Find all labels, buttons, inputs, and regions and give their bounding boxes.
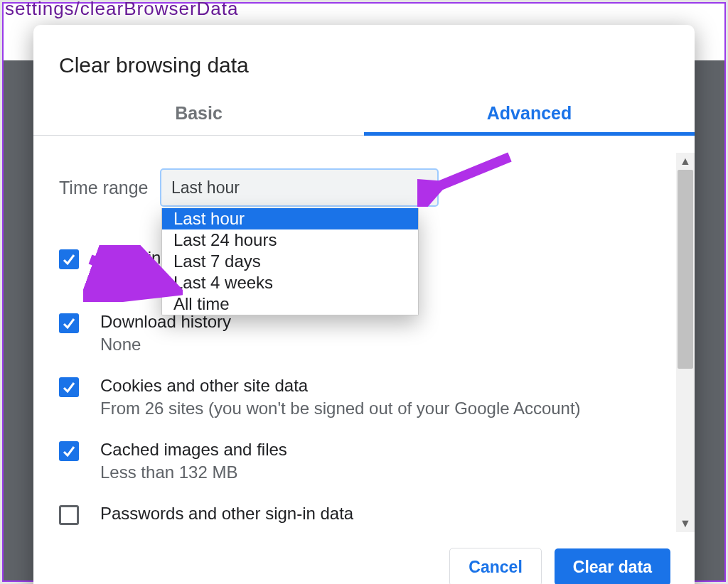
option-last-4-weeks[interactable]: Last 4 weeks	[162, 272, 418, 293]
checkbox-download-history[interactable]	[59, 313, 79, 333]
item-title: Passwords and other sign-in data	[100, 504, 353, 524]
cancel-button[interactable]: Cancel	[449, 548, 541, 584]
chevron-down-icon	[417, 185, 427, 190]
checkbox-cookies[interactable]	[59, 377, 79, 397]
tab-basic[interactable]: Basic	[33, 97, 364, 135]
option-last-24h[interactable]: Last 24 hours	[162, 229, 418, 251]
time-range-row: Time range Last hour Last hour Last 24 h…	[59, 168, 651, 207]
dialog-scroll-region: Time range Last hour Last hour Last 24 h…	[33, 153, 676, 532]
scrollbar[interactable]: ▲ ▼	[676, 153, 695, 532]
dialog-footer: Cancel Clear data	[33, 532, 695, 584]
screenshot-frame: settings/clearBrowserData Clear browsing…	[2, 2, 726, 582]
check-icon	[62, 380, 76, 394]
option-last-hour[interactable]: Last hour	[162, 208, 418, 229]
scroll-up-icon[interactable]: ▲	[676, 153, 695, 170]
tab-advanced[interactable]: Advanced	[364, 97, 695, 135]
item-cookies: Cookies and other site data From 26 site…	[59, 376, 651, 418]
time-range-value: Last hour	[171, 178, 240, 198]
time-range-label: Time range	[59, 178, 160, 198]
page-bg-left	[4, 4, 35, 580]
check-icon	[62, 444, 76, 458]
check-icon	[62, 252, 76, 266]
item-title: Cached images and files	[100, 440, 287, 460]
clear-browsing-data-dialog: Clear browsing data Basic Advanced Time …	[33, 25, 695, 584]
item-cached: Cached images and files Less than 132 MB	[59, 440, 651, 482]
dialog-body: Time range Last hour Last hour Last 24 h…	[33, 153, 695, 532]
page-bg-right	[693, 4, 724, 580]
time-range-select[interactable]: Last hour Last hour Last 24 hours Last 7…	[160, 168, 439, 207]
item-desc: None	[100, 335, 231, 355]
item-title: Cookies and other site data	[100, 376, 581, 396]
checkbox-cached[interactable]	[59, 441, 79, 461]
checkbox-passwords[interactable]	[59, 505, 79, 525]
item-desc: Less than 132 MB	[100, 463, 287, 482]
option-last-7-days[interactable]: Last 7 days	[162, 251, 418, 272]
option-all-time[interactable]: All time	[162, 293, 418, 315]
checkbox-browsing-history[interactable]	[59, 249, 79, 269]
item-passwords: Passwords and other sign-in data	[59, 504, 651, 525]
clear-data-button[interactable]: Clear data	[555, 548, 670, 584]
check-icon	[62, 316, 76, 330]
url-fragment: settings/clearBrowserData	[5, 0, 238, 20]
time-range-dropdown: Last hour Last 24 hours Last 7 days Last…	[161, 208, 419, 315]
item-desc: From 26 sites (you won't be signed out o…	[100, 399, 581, 418]
scroll-thumb[interactable]	[678, 170, 693, 369]
scroll-down-icon[interactable]: ▼	[676, 515, 695, 532]
dialog-title: Clear browsing data	[33, 25, 695, 97]
item-download-history: Download history None	[59, 312, 651, 355]
dialog-tabs: Basic Advanced	[33, 97, 695, 136]
